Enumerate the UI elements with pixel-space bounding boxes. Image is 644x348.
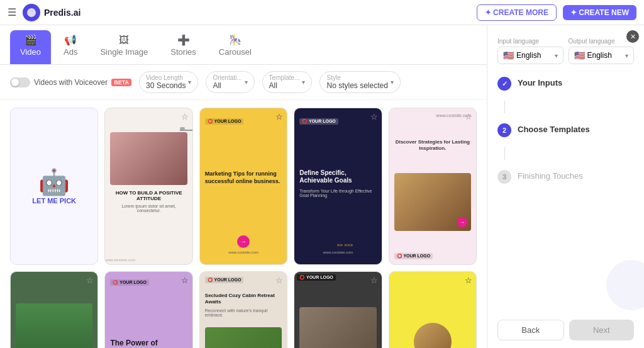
steps-section: ✓ Your Inputs 2 Choose Templates 3 Finis…: [497, 77, 634, 184]
card-content: ⭕ YOUR LOGO Define Specific, Achievable …: [294, 108, 381, 264]
logo-badge: ⭕ YOUR LOGO: [394, 253, 433, 259]
hamburger-icon[interactable]: ☰: [8, 6, 16, 18]
bookmark-icon[interactable]: ☆: [465, 276, 472, 285]
template-filter[interactable]: Template... All ▾: [262, 71, 313, 93]
card-content: ▶: [294, 272, 381, 348]
card-content: ▬▬▬ HOW TO BUILD A POSITIVE ATTITUDE Lor…: [105, 108, 192, 264]
logo-text: Predis.ai: [44, 8, 80, 18]
output-language-dropdown[interactable]: 🇺🇸 English ▾: [569, 47, 635, 64]
template-nature[interactable]: ☆ ▶: [10, 271, 98, 348]
bookmark-icon[interactable]: ☆: [370, 112, 378, 121]
card-subtitle: Transform Your Life through Effective Go…: [299, 189, 376, 198]
arrow-button: →: [457, 217, 467, 227]
style-filter[interactable]: Style No styles selected ▾: [319, 71, 400, 93]
close-button[interactable]: ✕: [626, 30, 639, 43]
card-content: ⭕ YOUR LOGO Secluded Cozy Cabin Retreat …: [200, 272, 287, 348]
input-language-dropdown[interactable]: 🇺🇸 English ▾: [497, 47, 564, 64]
close-icon: ✕: [630, 33, 636, 41]
card-title: The Power of Positive Thinking.: [110, 339, 187, 348]
card-content: ⭕ YOUR LOGO The Power of Positive Thinki…: [105, 272, 192, 348]
card-content: ⭕ YOUR LOGO Marketing Tips for running s…: [200, 108, 287, 264]
tab-single-image[interactable]: 🖼 Single Image: [90, 31, 158, 64]
orientation-arrow: ▾: [245, 79, 248, 86]
template-positive-attitude[interactable]: ☆ ▬▬▬ HOW TO BUILD A POSITIVE ATTITUDE L…: [104, 108, 192, 265]
input-language-label: Input language: [497, 38, 564, 45]
card-title: Discover Strategies for Lasting Inspirat…: [394, 139, 471, 151]
bookmark-icon[interactable]: ☆: [181, 276, 189, 285]
carousel-icon: 🎠: [229, 34, 242, 46]
cabin-image: [205, 327, 282, 348]
card-url: www.coolsite.com: [228, 250, 258, 254]
card-subtitle: Reconnect with nature's tranquil embrace…: [205, 308, 282, 317]
orientation-filter[interactable]: Orientati... All ▾: [206, 71, 254, 93]
output-language-label: Output language: [569, 38, 635, 45]
video-length-value: 30 Seconds: [146, 81, 186, 90]
beta-badge: BETA: [111, 79, 131, 86]
card-footer: → www.coolsite.com: [228, 232, 258, 254]
step-2-label: Choose Templates: [518, 123, 590, 134]
card-url: www.coolsite.com: [323, 250, 353, 254]
tab-carousel[interactable]: 🎠 Carousel: [209, 30, 262, 64]
bookmark-icon[interactable]: ☆: [275, 112, 283, 121]
bookmark-icon[interactable]: ☆: [275, 276, 283, 285]
card-url: www.bestsite.com: [105, 258, 135, 262]
content-area: 🎬 Video 📢 Ads 🖼 Single Image ➕ Stories 🎠…: [0, 25, 487, 348]
ads-icon: 📢: [64, 34, 77, 46]
tab-stories[interactable]: ➕ Stories: [160, 30, 206, 64]
output-language-select: Output language 🇺🇸 English ▾: [569, 38, 635, 64]
let-me-pick-content: 🤖 LET ME PICK: [11, 108, 97, 264]
create-new-button[interactable]: ✦ CREATE NEW: [563, 5, 636, 20]
video-length-filter[interactable]: Video Length 30 Seconds ▾: [139, 71, 198, 93]
circle-image: [414, 323, 452, 348]
input-language-select: Input language 🇺🇸 English ▾: [497, 38, 564, 64]
card-content: www.coolsite.com Discover Strategies for…: [389, 108, 476, 264]
stories-icon: ➕: [177, 34, 190, 46]
action-buttons: Back Next: [497, 320, 634, 340]
card-subtitle: Lorem ipsum dolor sit amet, consectetur.: [110, 204, 187, 213]
let-me-pick-label: LET ME PICK: [32, 197, 76, 205]
bookmark-icon[interactable]: ☆: [181, 112, 189, 121]
tab-ads-label: Ads: [64, 47, 77, 57]
logo-badge: ⭕ YOUR LOGO: [297, 274, 336, 281]
step-3-circle: 3: [497, 170, 511, 184]
tab-stories-label: Stories: [170, 47, 196, 57]
step-connector-1: [504, 101, 505, 113]
video-icon: 🎬: [25, 34, 37, 46]
template-define-goals[interactable]: ☆ ⭕ YOUR LOGO Define Specific, Achievabl…: [294, 108, 382, 265]
bookmark-icon[interactable]: ☆: [86, 276, 94, 285]
tab-video[interactable]: 🎬 Video: [10, 30, 51, 64]
tab-carousel-label: Carousel: [219, 47, 252, 57]
tab-single-image-label: Single Image: [100, 47, 148, 57]
template-pink-blog[interactable]: ☆ www.coolsite.com Discover Strategies f…: [389, 108, 477, 265]
template-positive-thinking[interactable]: ☆ ⭕ YOUR LOGO The Power of Positive Thin…: [104, 271, 192, 348]
create-more-button[interactable]: ✦ CREATE MORE: [477, 4, 557, 21]
step-connector-2: [504, 147, 505, 160]
voiceover-toggle[interactable]: Videos with Voiceover BETA: [10, 77, 131, 87]
template-people-dark[interactable]: ☆ ▶ ⭕ YOUR LOGO: [294, 271, 382, 348]
card-content: ▶: [389, 272, 476, 348]
main-layout: 🎬 Video 📢 Ads 🖼 Single Image ➕ Stories 🎠…: [0, 25, 644, 348]
bookmark-icon[interactable]: ☆: [465, 112, 472, 121]
step-1-label: Your Inputs: [518, 77, 562, 87]
template-marketing-tips[interactable]: ☆ ⭕ YOUR LOGO Marketing Tips for running…: [199, 108, 287, 265]
back-button[interactable]: Back: [497, 320, 564, 340]
template-label: Template...: [269, 74, 300, 81]
output-flag: 🇺🇸: [574, 50, 585, 60]
style-value: No styles selected: [326, 81, 387, 90]
video-length-label: Video Length: [146, 74, 186, 81]
output-dropdown-arrow: ▾: [625, 52, 628, 59]
template-let-me-pick[interactable]: 🤖 LET ME PICK: [10, 108, 98, 265]
template-value: All: [269, 81, 300, 90]
template-grid-scroll[interactable]: 🤖 LET ME PICK ☆ ▬▬▬ HOW TO BUILD A POSIT…: [0, 100, 487, 348]
style-label: Style: [326, 74, 387, 81]
bookmark-icon[interactable]: ☆: [370, 276, 378, 285]
next-button[interactable]: Next: [569, 320, 635, 340]
template-yellow-circle[interactable]: ☆ ▶: [389, 271, 477, 348]
toggle-switch[interactable]: [10, 77, 30, 87]
single-image-icon: 🖼: [119, 35, 129, 46]
card-title: Define Specific, Achievable Goals: [299, 169, 376, 184]
card-content: ▶: [11, 272, 97, 348]
card-body: Define Specific, Achievable Goals Transf…: [299, 169, 376, 198]
tab-ads[interactable]: 📢 Ads: [53, 30, 87, 64]
template-cabin[interactable]: ☆ ⭕ YOUR LOGO Secluded Cozy Cabin Retrea…: [199, 271, 287, 348]
